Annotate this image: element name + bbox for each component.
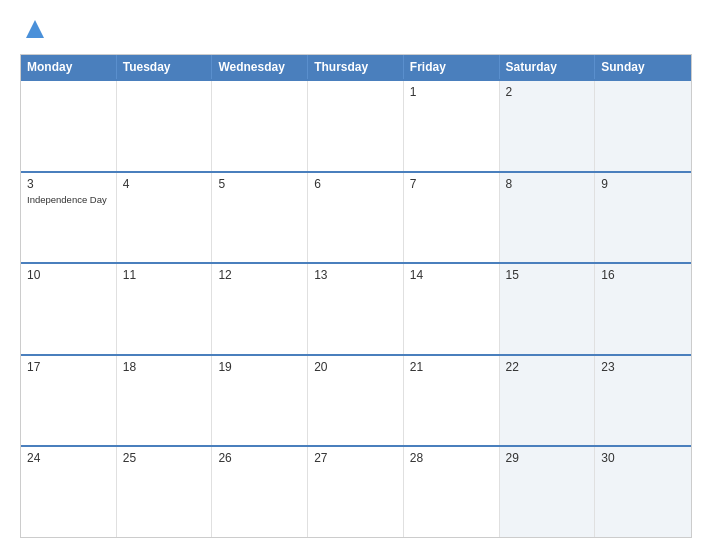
- calendar-day-3: 3Independence Day: [21, 173, 117, 263]
- calendar-week-3: 10111213141516: [21, 262, 691, 354]
- day-number: 17: [27, 360, 110, 374]
- calendar-body: 123Independence Day456789101112131415161…: [21, 79, 691, 537]
- day-number: 26: [218, 451, 301, 465]
- calendar-day-18: 18: [117, 356, 213, 446]
- header-day-sunday: Sunday: [595, 55, 691, 79]
- calendar-day-25: 25: [117, 447, 213, 537]
- calendar-event: Independence Day: [27, 194, 110, 206]
- calendar-day-23: 23: [595, 356, 691, 446]
- calendar-week-4: 17181920212223: [21, 354, 691, 446]
- calendar-day-5: 5: [212, 173, 308, 263]
- day-number: 14: [410, 268, 493, 282]
- header-day-friday: Friday: [404, 55, 500, 79]
- svg-marker-0: [26, 20, 44, 38]
- header-day-wednesday: Wednesday: [212, 55, 308, 79]
- day-number: 3: [27, 177, 110, 191]
- calendar-day-8: 8: [500, 173, 596, 263]
- calendar-week-5: 24252627282930: [21, 445, 691, 537]
- day-number: 8: [506, 177, 589, 191]
- calendar-empty-cell: [308, 81, 404, 171]
- day-number: 6: [314, 177, 397, 191]
- day-number: 27: [314, 451, 397, 465]
- calendar-day-29: 29: [500, 447, 596, 537]
- calendar-day-28: 28: [404, 447, 500, 537]
- day-number: 1: [410, 85, 493, 99]
- day-number: 23: [601, 360, 685, 374]
- day-number: 12: [218, 268, 301, 282]
- logo: [20, 18, 46, 40]
- logo-flag-icon: [24, 18, 46, 40]
- calendar-week-2: 3Independence Day456789: [21, 171, 691, 263]
- day-number: 11: [123, 268, 206, 282]
- day-number: 22: [506, 360, 589, 374]
- calendar-day-11: 11: [117, 264, 213, 354]
- calendar-day-2: 2: [500, 81, 596, 171]
- day-number: 4: [123, 177, 206, 191]
- day-number: 18: [123, 360, 206, 374]
- calendar-day-30: 30: [595, 447, 691, 537]
- day-number: 9: [601, 177, 685, 191]
- day-number: 30: [601, 451, 685, 465]
- day-number: 10: [27, 268, 110, 282]
- calendar-day-17: 17: [21, 356, 117, 446]
- calendar-header: MondayTuesdayWednesdayThursdayFridaySatu…: [21, 55, 691, 79]
- calendar-grid: MondayTuesdayWednesdayThursdayFridaySatu…: [20, 54, 692, 538]
- calendar-day-16: 16: [595, 264, 691, 354]
- page-header: [20, 18, 692, 40]
- calendar-day-14: 14: [404, 264, 500, 354]
- calendar-page: MondayTuesdayWednesdayThursdayFridaySatu…: [0, 0, 712, 550]
- calendar-day-7: 7: [404, 173, 500, 263]
- calendar-day-6: 6: [308, 173, 404, 263]
- calendar-day-22: 22: [500, 356, 596, 446]
- header-day-monday: Monday: [21, 55, 117, 79]
- calendar-day-24: 24: [21, 447, 117, 537]
- calendar-day-19: 19: [212, 356, 308, 446]
- calendar-day-1: 1: [404, 81, 500, 171]
- day-number: 15: [506, 268, 589, 282]
- calendar-day-26: 26: [212, 447, 308, 537]
- calendar-day-15: 15: [500, 264, 596, 354]
- day-number: 20: [314, 360, 397, 374]
- day-number: 5: [218, 177, 301, 191]
- header-day-tuesday: Tuesday: [117, 55, 213, 79]
- calendar-empty-cell: [117, 81, 213, 171]
- calendar-day-12: 12: [212, 264, 308, 354]
- day-number: 13: [314, 268, 397, 282]
- day-number: 25: [123, 451, 206, 465]
- day-number: 19: [218, 360, 301, 374]
- calendar-day-4: 4: [117, 173, 213, 263]
- day-number: 7: [410, 177, 493, 191]
- day-number: 28: [410, 451, 493, 465]
- calendar-week-1: 12: [21, 79, 691, 171]
- calendar-day-10: 10: [21, 264, 117, 354]
- calendar-day-20: 20: [308, 356, 404, 446]
- calendar-empty-cell: [212, 81, 308, 171]
- calendar-empty-cell: [21, 81, 117, 171]
- calendar-empty-cell: [595, 81, 691, 171]
- calendar-day-21: 21: [404, 356, 500, 446]
- day-number: 2: [506, 85, 589, 99]
- day-number: 24: [27, 451, 110, 465]
- calendar-day-27: 27: [308, 447, 404, 537]
- header-day-saturday: Saturday: [500, 55, 596, 79]
- day-number: 29: [506, 451, 589, 465]
- day-number: 21: [410, 360, 493, 374]
- header-day-thursday: Thursday: [308, 55, 404, 79]
- calendar-day-13: 13: [308, 264, 404, 354]
- day-number: 16: [601, 268, 685, 282]
- calendar-day-9: 9: [595, 173, 691, 263]
